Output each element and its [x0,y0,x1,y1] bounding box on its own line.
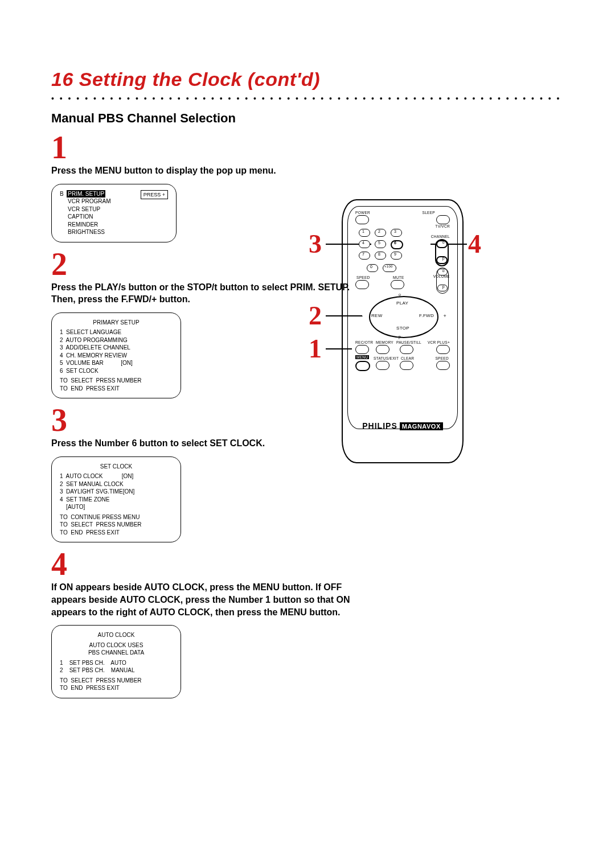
speed2-button[interactable] [436,361,450,370]
screen2-f2: TO END PRESS EXIT [60,385,173,393]
screen2-r6: 6 SET CLOCK [60,367,173,375]
step-4-number: 4 [51,548,564,580]
screen3-r4: 4 SET TIME ZONE [60,496,173,504]
step-3-number: 3 [51,404,564,436]
screen3-f0: TO CONTINUE PRESS MENU [60,513,173,521]
label-statusexit: STATUS/EXIT [374,356,399,360]
row-brightness: BRIGHTNESS [60,228,168,236]
row-prim-setup: PRIM. SETUP [67,190,105,198]
label-mute: MUTE [393,275,404,279]
step-2-number: 2 [51,248,564,280]
callout-2: 2 [309,301,322,331]
screen4-f2: TO END PRESS EXIT [60,684,173,692]
screen2-r4: 4 CH. MEMORY REVIEW [60,352,173,360]
screen3-title: SET CLOCK [60,463,173,471]
divider-dots: • • • • • • • • • • • • • • • • • • • • … [51,94,564,103]
label-vcrplus: VCR PLUS+ [428,340,450,344]
screen4-r2: 2 SET PBS CH. MANUAL [60,667,173,674]
label-sleep: SLEEP [423,211,435,215]
label-play: PLAY [396,301,408,306]
label-pausestill: PAUSE/STILL [396,340,421,344]
screen-primary-setup-list: PRIMARY SETUP 1 SELECT LANGUAGE 2 AUTO P… [51,312,181,399]
screen3-r1: 1 AUTO CLOCK [ON] [60,472,173,480]
section-subtitle: Manual PBS Channel Selection [51,111,564,126]
label-recotr: REC/OTR [355,340,373,344]
callout-1: 1 [309,334,322,364]
label-speed: SPEED [356,275,370,279]
key-6[interactable] [391,240,403,249]
page-title: 16 Setting the Clock (cont'd) [51,68,564,90]
screen2-r5: 5 VOLUME BAR [ON] [60,359,173,367]
screen3-r4b: [AUTO] [60,503,173,511]
label-speed2: SPEED [435,356,449,360]
screen4-sub1: AUTO CLOCK USES [60,641,173,649]
screen-set-clock: SET CLOCK 1 AUTO CLOCK [ON] 2 SET MANUAL… [51,456,181,543]
screen4-title: AUTO CLOCK [60,631,173,639]
label-ffwd: F.FWD [419,313,434,318]
label-power: POWER [355,211,370,215]
screen-auto-clock: AUTO CLOCK AUTO CLOCK USES PBS CHANNEL D… [51,625,181,698]
row-b: B [60,191,64,197]
clear-button[interactable] [400,361,413,370]
screen4-sub2: PBS CHANNEL DATA [60,649,173,657]
screen2-r3: 3 ADD/DELETE CHANNEL [60,344,173,352]
screen4-f1: TO SELECT PRESS NUMBER [60,677,173,685]
label-clear: CLEAR [401,356,414,360]
recotr-button[interactable] [355,345,369,354]
page-title-text: Setting the Clock (cont'd) [79,68,320,90]
label-rew: REW [371,313,383,318]
screen3-r2: 2 SET MANUAL CLOCK [60,480,173,488]
press-plus-hint: PRESS + [141,190,168,199]
callout-3: 3 [309,229,322,259]
menu-button[interactable] [355,361,370,371]
vcrplus-button[interactable] [436,345,450,354]
row-vcr-setup: VCR SETUP [60,205,168,213]
label-channel: CHANNEL [431,235,450,238]
label-memory: MEMORY [376,340,393,344]
screen-prim-setup: PRESS + B PRIM. SETUP VCR PROGRAM VCR SE… [51,184,177,242]
step-1-desc: Press the MENU button to display the pop… [51,164,359,177]
remote-diagram: 3 4 2 1 POWER SLEEP TV/VCR 1 2 3 4 5 [325,199,446,463]
step-1-number: 1 [51,131,564,163]
callout-4: 4 [468,229,481,259]
label-minus: – [360,313,363,319]
sleep-button[interactable] [436,215,450,224]
speed-button[interactable] [355,280,369,289]
screen3-f1: TO SELECT PRESS NUMBER [60,521,173,529]
screen2-r2: 2 AUTO PROGRAMMING [60,336,173,344]
step-3-desc: Press the Number 6 button to select SET … [51,437,359,450]
screen3-r3: 3 DAYLIGHT SVG.TIME[ON] [60,488,173,496]
row-reminder: REMINDER [60,221,168,229]
label-plus: + [443,313,446,319]
statusexit-button[interactable] [376,361,390,370]
screen2-r1: 1 SELECT LANGUAGE [60,328,173,336]
pausestill-button[interactable] [400,345,413,354]
screen2-f1: TO SELECT PRESS NUMBER [60,377,173,385]
memory-button[interactable] [376,345,390,354]
screen2-title: PRIMARY SETUP [60,319,173,327]
label-tvvcr: TV/VCR [435,224,450,228]
label-menu: MENU [355,355,369,359]
screen3-f2: TO END PRESS EXIT [60,529,173,537]
brand-philips: PHILIPS [362,421,397,430]
label-stop: STOP [396,326,409,331]
step-4-desc: If ON appears beside AUTO CLOCK, press t… [51,581,359,618]
mute-button[interactable] [391,280,404,289]
screen4-r1: 1 SET PBS CH. AUTO [60,659,173,667]
brand-row: PHILIPSMAGNAVOX [343,421,462,430]
row-caption: CAPTION [60,213,168,221]
brand-magnavox: MAGNAVOX [400,422,443,430]
power-button[interactable] [355,215,369,224]
page-number: 16 [51,68,73,90]
